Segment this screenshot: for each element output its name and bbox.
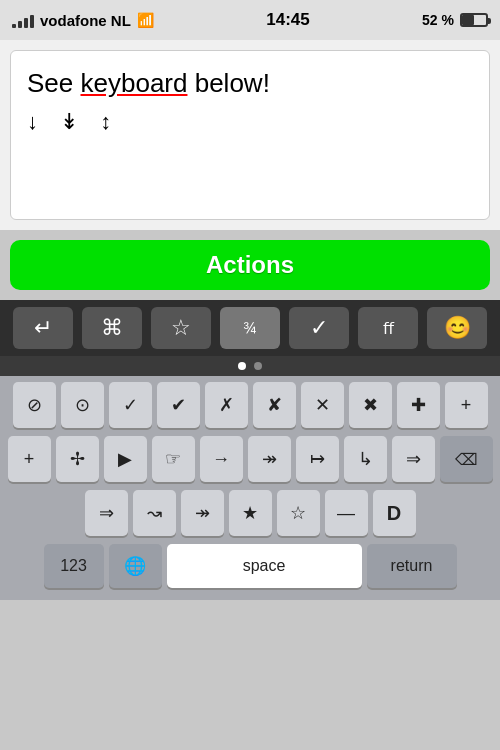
key-circle-dot[interactable]: ⊙	[61, 382, 104, 428]
key-return[interactable]: return	[367, 544, 457, 588]
key-row-1: ⊘ ⊙ ✓ ✔ ✗ ✘ ✕ ✖ ✚ +	[4, 382, 496, 428]
toolbar-star-outline[interactable]: ☆	[151, 307, 211, 349]
key-x-mult[interactable]: ✕	[301, 382, 344, 428]
numbers-label: 123	[60, 557, 87, 575]
key-space[interactable]: space	[167, 544, 362, 588]
time-display: 14:45	[266, 10, 309, 30]
return-label: return	[391, 557, 433, 575]
page-dot-2	[254, 362, 262, 370]
key-circle-slash[interactable]: ⊘	[13, 382, 56, 428]
key-numbers[interactable]: 123	[44, 544, 104, 588]
signal-bars	[12, 12, 34, 28]
toolbar-ligature[interactable]: ﬀ	[358, 307, 418, 349]
underlined-text: keyboard	[81, 68, 188, 98]
key-pointing-hand[interactable]: ☞	[152, 436, 195, 482]
wifi-icon: 📶	[137, 12, 154, 28]
toolbar-return[interactable]: ↵	[13, 307, 73, 349]
toolbar-fraction[interactable]: ¾	[220, 307, 280, 349]
key-squiggly-arrow[interactable]: ↝	[133, 490, 176, 536]
key-two-arrows2[interactable]: ↠	[181, 490, 224, 536]
key-two-arrows[interactable]: ↠	[248, 436, 291, 482]
page-indicator	[0, 356, 500, 376]
key-plus[interactable]: +	[445, 382, 488, 428]
key-check-heavy[interactable]: ✔	[157, 382, 200, 428]
carrier-label: vodafone NL	[40, 12, 131, 29]
key-x-bold[interactable]: ✖	[349, 382, 392, 428]
key-four-arrows[interactable]: ✢	[56, 436, 99, 482]
text-line1: See keyboard below!	[27, 65, 473, 101]
key-dash[interactable]: —	[325, 490, 368, 536]
toolbar-command[interactable]: ⌘	[82, 307, 142, 349]
page-dot-1	[238, 362, 246, 370]
text-area[interactable]: See keyboard below! ↓ ↡ ↕	[10, 50, 490, 220]
status-right: 52 %	[422, 12, 488, 28]
key-double-arrow[interactable]: ⇒	[392, 436, 435, 482]
key-check-light[interactable]: ✓	[109, 382, 152, 428]
space-label: space	[243, 557, 286, 575]
actions-label: Actions	[206, 251, 294, 279]
key-plus-sign[interactable]: +	[8, 436, 51, 482]
key-row-bottom: 123 🌐 space return	[4, 544, 496, 588]
key-row-3: ⇒ ↝ ↠ ★ ☆ — D	[4, 490, 496, 536]
key-globe[interactable]: 🌐	[109, 544, 162, 588]
status-left: vodafone NL 📶	[12, 12, 154, 29]
key-x-heavy[interactable]: ✘	[253, 382, 296, 428]
text-area-container: See keyboard below! ↓ ↡ ↕	[0, 40, 500, 230]
key-arrow-down-right[interactable]: ↳	[344, 436, 387, 482]
key-star-outline[interactable]: ☆	[277, 490, 320, 536]
battery-icon	[460, 13, 488, 27]
actions-button[interactable]: Actions	[10, 240, 490, 290]
key-x-light[interactable]: ✗	[205, 382, 248, 428]
status-bar: vodafone NL 📶 14:45 52 %	[0, 0, 500, 40]
toolbar-checkmark[interactable]: ✓	[289, 307, 349, 349]
key-arrow-right[interactable]: →	[200, 436, 243, 482]
battery-percent: 52 %	[422, 12, 454, 28]
key-letter-d[interactable]: D	[373, 490, 416, 536]
key-double-arrow2[interactable]: ⇒	[85, 490, 128, 536]
toolbar-emoji[interactable]: 😊	[427, 307, 487, 349]
key-star-filled[interactable]: ★	[229, 490, 272, 536]
key-arrow-bar[interactable]: ↦	[296, 436, 339, 482]
key-arrow-right-filled[interactable]: ▶	[104, 436, 147, 482]
key-row-2: + ✢ ▶ ☞ → ↠ ↦ ↳ ⇒ ⌫	[4, 436, 496, 482]
keyboard: ⊘ ⊙ ✓ ✔ ✗ ✘ ✕ ✖ ✚ + + ✢ ▶ ☞ → ↠ ↦ ↳ ⇒ ⌫ …	[0, 376, 500, 600]
text-line2: ↓ ↡ ↕	[27, 107, 473, 138]
key-plus-heavy[interactable]: ✚	[397, 382, 440, 428]
toolbar: ↵ ⌘ ☆ ¾ ✓ ﬀ 😊	[0, 300, 500, 356]
key-delete[interactable]: ⌫	[440, 436, 493, 482]
